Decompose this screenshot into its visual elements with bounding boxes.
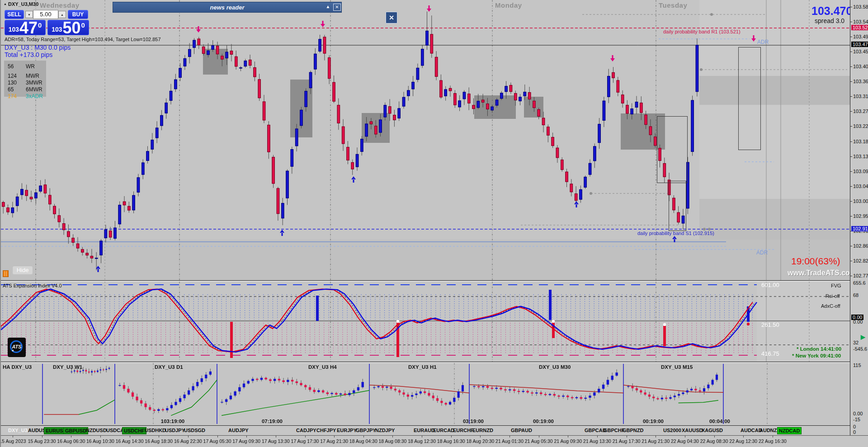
price-highlight-label: 102.915 — [851, 226, 868, 231]
candle-countdown: 00:19:00 — [643, 419, 664, 424]
time-tick — [71, 436, 71, 438]
news-reader-titlebar[interactable]: news reader ▲ ✕ — [113, 2, 342, 13]
indicator-setting-adxc-off[interactable]: AdxC-off — [821, 303, 840, 309]
time-label: 22 Aug 16:30 — [759, 438, 787, 444]
minichart-label-w1[interactable]: DXY_U3 W1 — [53, 364, 82, 370]
buy-button[interactable]: BUY — [68, 10, 88, 19]
buy-price-handle: 103 — [52, 26, 62, 33]
price-tick — [850, 156, 852, 157]
time-label: 21 Aug 09:30 — [554, 438, 582, 444]
price-highlight-label: 103.521 — [851, 25, 868, 30]
minichart-label-m15[interactable]: DXY_U3 M15 — [661, 364, 693, 370]
day-label-tuesday: Tuesday — [659, 1, 687, 9]
time-label: 17 Aug 17:30 — [291, 438, 319, 444]
minichart-label-m30[interactable]: DXY_U3 M30 — [539, 364, 571, 370]
ats-logo: ATS ▲ — [8, 338, 26, 357]
close-icon[interactable]: ✕ — [386, 12, 397, 24]
price-tick — [850, 126, 852, 127]
news-reader-minimize-icon[interactable]: ▲ — [325, 4, 331, 10]
buy-price-point: 0 — [81, 21, 85, 29]
minichart-label-d1[interactable]: DXY_U3 D1 — [155, 364, 183, 370]
price-tick-label: 103.135 — [853, 154, 868, 159]
time-label: 22 Aug 12:30 — [729, 438, 757, 444]
adr-top-label: ADR — [757, 39, 769, 45]
buy-quote-box[interactable]: 103 50 0 — [47, 20, 89, 35]
symbol-tab-chfjpy[interactable]: CHFJPY — [315, 427, 337, 433]
time-tick — [334, 436, 335, 438]
symbol-tab-gbpaud[interactable]: GBPAUD — [509, 427, 533, 433]
time-axis[interactable]: 15 Aug 202315 Aug 23:3016 Aug 06:3016 Au… — [1, 435, 868, 447]
time-tick — [480, 436, 481, 438]
volume-input[interactable]: 5.00 — [33, 10, 58, 19]
multi-timeframe-minicharts[interactable] — [1, 363, 850, 425]
time-label: 21 Aug 13:30 — [583, 438, 611, 444]
ats-logo-triangle-icon: ▲ — [11, 348, 14, 352]
expansion-index-chart[interactable] — [1, 282, 850, 362]
price-tick-label: 103.000 — [853, 198, 868, 204]
symbol-tab-audjpy[interactable]: AUDJPY — [227, 427, 250, 433]
total-pips-line: Total +173.0 pips — [5, 51, 52, 58]
indicator-toggle-icon[interactable] — [3, 270, 9, 277]
time-tick — [130, 436, 130, 438]
time-label: 22 Aug 04:30 — [671, 438, 699, 444]
ha-chart-label: HA DXY_U3 — [3, 364, 32, 370]
time-tick — [773, 436, 773, 438]
symbol-tab-us2000[interactable]: US2000 — [662, 427, 683, 433]
price-tick — [850, 261, 852, 261]
news-reader-close-icon[interactable]: ✕ — [333, 4, 341, 11]
panel-divider[interactable] — [1, 362, 850, 363]
price-tick — [850, 141, 852, 142]
symbol-tab-gbpnzd[interactable]: GBPNZD — [621, 427, 645, 433]
time-label: 21 Aug 17:30 — [613, 438, 641, 444]
price-tick — [850, 276, 852, 276]
pips-line: DXY_U3 : M30 0.0 pips — [5, 44, 71, 51]
sell-button[interactable]: SELL — [5, 10, 24, 19]
symbol-tab-usdsgd[interactable]: USDSGD — [183, 427, 207, 433]
sell-price-pips: 47 — [19, 21, 38, 35]
volume-increase-spinner[interactable]: ▲ — [58, 11, 66, 18]
time-tick — [392, 436, 393, 438]
price-highlight-label: 103.470 — [851, 42, 868, 47]
panel-divider[interactable] — [1, 280, 850, 282]
indicator-axis-label: 32 — [853, 340, 859, 345]
time-label: 18 Aug 20:30 — [466, 438, 494, 444]
minichart-axis-label: 115 — [853, 362, 861, 368]
stat-label: 6MWR — [26, 86, 42, 93]
daily-band-s1-label: daily probability band S1 (102.915) — [637, 231, 714, 236]
price-axis[interactable]: 103.585103.540103.495103.450103.405103.3… — [850, 0, 868, 435]
symbol-tab-nzdcad[interactable]: NZDCAD — [777, 427, 802, 434]
scroll-to-end-icon[interactable]: ▶ — [861, 334, 865, 340]
minichart-label-h4[interactable]: DXY_U3 H4 — [308, 364, 337, 370]
time-label: 17 Aug 05:30 — [203, 438, 231, 444]
hide-button[interactable]: Hide — [12, 266, 33, 275]
symbol-tab-cadjpy[interactable]: CADJPY — [295, 427, 318, 433]
price-tick-label: 103.225 — [853, 123, 868, 129]
candle-countdown: 00:19:00 — [533, 419, 554, 424]
time-label: 16 Aug 18:30 — [145, 438, 173, 444]
indicator-setting-fvg[interactable]: FVG — [831, 283, 841, 288]
symbol-tab-eurnzd[interactable]: EURNZD — [471, 427, 495, 433]
symbol-tab-dxy_u3[interactable]: DXY_U3 — [7, 427, 29, 433]
price-tick — [850, 216, 852, 216]
price-tick — [850, 7, 852, 7]
indicator-setting-rsi-off[interactable]: Rsi-off — [826, 293, 840, 299]
candle-countdown: 103:19:00 — [161, 419, 184, 424]
collapse-triangle-icon[interactable]: ▲ — [4, 2, 7, 5]
price-tick — [850, 111, 852, 112]
minichart-label-h1[interactable]: DXY_U3 H1 — [408, 364, 437, 370]
time-label: 16 Aug 14:30 — [116, 438, 144, 444]
main-price-chart[interactable] — [1, 0, 850, 282]
volume-decrease-spinner[interactable]: ▼ — [25, 11, 33, 18]
time-label: 15 Aug 23:30 — [28, 438, 56, 444]
indicator-axis-label: 0.00 — [853, 319, 863, 325]
price-tick — [850, 186, 852, 187]
sell-quote-box[interactable]: 103 47 0 — [5, 20, 46, 35]
symbol-tab-nzdjpy[interactable]: NZDJPY — [374, 427, 396, 433]
symbol-tab-usdchf[interactable]: USDCHF — [122, 427, 146, 434]
stat-label: 3MWR — [26, 80, 42, 86]
time-tick — [539, 436, 539, 438]
symbol-tab-xagusd[interactable]: XAGUSD — [700, 427, 724, 433]
price-tick-label: 103.360 — [853, 79, 868, 84]
time-tick — [597, 436, 598, 438]
stat-value: 56 — [8, 63, 14, 70]
